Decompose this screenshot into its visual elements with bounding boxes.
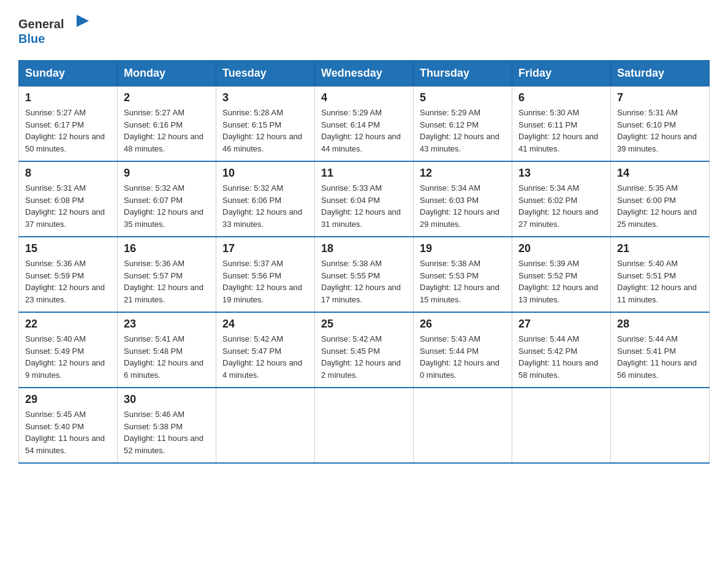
- day-number: 9: [124, 167, 210, 180]
- calendar-cell: 9 Sunrise: 5:32 AMSunset: 6:07 PMDayligh…: [118, 161, 216, 237]
- day-number: 7: [617, 91, 703, 104]
- day-number: 6: [518, 91, 604, 104]
- day-info: Sunrise: 5:41 AMSunset: 5:48 PMDaylight:…: [124, 334, 203, 380]
- calendar-cell: 5 Sunrise: 5:29 AMSunset: 6:12 PMDayligh…: [414, 86, 512, 162]
- week-row-2: 8 Sunrise: 5:31 AMSunset: 6:08 PMDayligh…: [19, 161, 710, 237]
- week-row-5: 29 Sunrise: 5:45 AMSunset: 5:40 PMDaylig…: [19, 388, 710, 463]
- day-number: 28: [617, 318, 703, 331]
- day-number: 17: [222, 242, 308, 255]
- calendar-cell: 18 Sunrise: 5:38 AMSunset: 5:55 PMDaylig…: [315, 237, 414, 312]
- weekday-header-row: SundayMondayTuesdayWednesdayThursdayFrid…: [19, 61, 710, 86]
- day-number: 30: [124, 393, 210, 406]
- calendar-cell: 26 Sunrise: 5:43 AMSunset: 5:44 PMDaylig…: [414, 312, 512, 388]
- calendar-cell: 20 Sunrise: 5:39 AMSunset: 5:52 PMDaylig…: [512, 237, 611, 312]
- day-number: 22: [25, 318, 111, 331]
- day-info: Sunrise: 5:44 AMSunset: 5:42 PMDaylight:…: [518, 334, 598, 380]
- day-number: 12: [420, 167, 506, 180]
- calendar-cell: [611, 388, 710, 463]
- day-number: 20: [518, 242, 604, 255]
- day-info: Sunrise: 5:46 AMSunset: 5:38 PMDaylight:…: [124, 410, 203, 455]
- calendar-cell: 25 Sunrise: 5:42 AMSunset: 5:45 PMDaylig…: [315, 312, 414, 388]
- day-info: Sunrise: 5:36 AMSunset: 5:59 PMDaylight:…: [25, 259, 105, 304]
- calendar-cell: 6 Sunrise: 5:30 AMSunset: 6:11 PMDayligh…: [512, 86, 611, 162]
- day-number: 3: [222, 91, 308, 104]
- day-number: 15: [25, 242, 111, 255]
- day-info: Sunrise: 5:34 AMSunset: 6:02 PMDaylight:…: [518, 183, 598, 229]
- calendar-cell: 22 Sunrise: 5:40 AMSunset: 5:49 PMDaylig…: [19, 312, 118, 388]
- day-number: 11: [321, 167, 407, 180]
- day-number: 16: [124, 242, 210, 255]
- day-number: 5: [420, 91, 506, 104]
- calendar-cell: 15 Sunrise: 5:36 AMSunset: 5:59 PMDaylig…: [19, 237, 118, 312]
- day-info: Sunrise: 5:36 AMSunset: 5:57 PMDaylight:…: [124, 259, 203, 304]
- day-info: Sunrise: 5:31 AMSunset: 6:10 PMDaylight:…: [617, 108, 697, 153]
- day-number: 25: [321, 318, 407, 331]
- day-info: Sunrise: 5:40 AMSunset: 5:49 PMDaylight:…: [25, 334, 105, 380]
- day-info: Sunrise: 5:44 AMSunset: 5:41 PMDaylight:…: [617, 334, 697, 380]
- day-number: 19: [420, 242, 506, 255]
- day-number: 18: [321, 242, 407, 255]
- day-number: 10: [222, 167, 308, 180]
- calendar-cell: [512, 388, 611, 463]
- calendar-cell: [216, 388, 315, 463]
- day-info: Sunrise: 5:34 AMSunset: 6:03 PMDaylight:…: [420, 183, 499, 229]
- calendar-cell: 13 Sunrise: 5:34 AMSunset: 6:02 PMDaylig…: [512, 161, 611, 237]
- svg-text:Blue: Blue: [18, 32, 45, 45]
- day-info: Sunrise: 5:30 AMSunset: 6:11 PMDaylight:…: [518, 108, 598, 153]
- day-info: Sunrise: 5:38 AMSunset: 5:53 PMDaylight:…: [420, 259, 499, 304]
- day-info: Sunrise: 5:32 AMSunset: 6:07 PMDaylight:…: [124, 183, 203, 229]
- calendar-cell: 10 Sunrise: 5:32 AMSunset: 6:06 PMDaylig…: [216, 161, 315, 237]
- week-row-4: 22 Sunrise: 5:40 AMSunset: 5:49 PMDaylig…: [19, 312, 710, 388]
- calendar-cell: 19 Sunrise: 5:38 AMSunset: 5:53 PMDaylig…: [414, 237, 512, 312]
- header-thursday: Thursday: [414, 61, 512, 86]
- calendar-cell: 16 Sunrise: 5:36 AMSunset: 5:57 PMDaylig…: [118, 237, 216, 312]
- logo: General Blue: [18, 12, 92, 49]
- calendar-cell: 17 Sunrise: 5:37 AMSunset: 5:56 PMDaylig…: [216, 237, 315, 312]
- calendar-cell: 12 Sunrise: 5:34 AMSunset: 6:03 PMDaylig…: [414, 161, 512, 237]
- calendar-cell: 7 Sunrise: 5:31 AMSunset: 6:10 PMDayligh…: [611, 86, 710, 162]
- day-info: Sunrise: 5:45 AMSunset: 5:40 PMDaylight:…: [25, 410, 105, 455]
- calendar-cell: 11 Sunrise: 5:33 AMSunset: 6:04 PMDaylig…: [315, 161, 414, 237]
- day-number: 1: [25, 91, 111, 104]
- day-info: Sunrise: 5:31 AMSunset: 6:08 PMDaylight:…: [25, 183, 105, 229]
- week-row-1: 1 Sunrise: 5:27 AMSunset: 6:17 PMDayligh…: [19, 86, 710, 162]
- calendar-cell: 29 Sunrise: 5:45 AMSunset: 5:40 PMDaylig…: [19, 388, 118, 463]
- week-row-3: 15 Sunrise: 5:36 AMSunset: 5:59 PMDaylig…: [19, 237, 710, 312]
- day-number: 26: [420, 318, 506, 331]
- calendar-cell: [414, 388, 512, 463]
- header-wednesday: Wednesday: [315, 61, 414, 86]
- calendar-cell: [315, 388, 414, 463]
- calendar-cell: 28 Sunrise: 5:44 AMSunset: 5:41 PMDaylig…: [611, 312, 710, 388]
- day-info: Sunrise: 5:27 AMSunset: 6:16 PMDaylight:…: [124, 108, 203, 153]
- calendar-cell: 14 Sunrise: 5:35 AMSunset: 6:00 PMDaylig…: [611, 161, 710, 237]
- svg-marker-1: [77, 15, 89, 27]
- calendar-cell: 21 Sunrise: 5:40 AMSunset: 5:51 PMDaylig…: [611, 237, 710, 312]
- day-number: 2: [124, 91, 210, 104]
- calendar-table: SundayMondayTuesdayWednesdayThursdayFrid…: [18, 60, 710, 464]
- day-info: Sunrise: 5:42 AMSunset: 5:45 PMDaylight:…: [321, 334, 401, 380]
- calendar-cell: 2 Sunrise: 5:27 AMSunset: 6:16 PMDayligh…: [118, 86, 216, 162]
- day-info: Sunrise: 5:27 AMSunset: 6:17 PMDaylight:…: [25, 108, 105, 153]
- calendar-cell: 8 Sunrise: 5:31 AMSunset: 6:08 PMDayligh…: [19, 161, 118, 237]
- day-info: Sunrise: 5:38 AMSunset: 5:55 PMDaylight:…: [321, 259, 401, 304]
- day-info: Sunrise: 5:42 AMSunset: 5:47 PMDaylight:…: [222, 334, 302, 380]
- calendar-cell: 24 Sunrise: 5:42 AMSunset: 5:47 PMDaylig…: [216, 312, 315, 388]
- header-monday: Monday: [118, 61, 216, 86]
- day-number: 29: [25, 393, 111, 406]
- day-info: Sunrise: 5:40 AMSunset: 5:51 PMDaylight:…: [617, 259, 697, 304]
- day-info: Sunrise: 5:29 AMSunset: 6:12 PMDaylight:…: [420, 108, 499, 153]
- day-info: Sunrise: 5:33 AMSunset: 6:04 PMDaylight:…: [321, 183, 401, 229]
- svg-text:General: General: [18, 17, 64, 31]
- day-info: Sunrise: 5:28 AMSunset: 6:15 PMDaylight:…: [222, 108, 302, 153]
- calendar-cell: 1 Sunrise: 5:27 AMSunset: 6:17 PMDayligh…: [19, 86, 118, 162]
- day-info: Sunrise: 5:35 AMSunset: 6:00 PMDaylight:…: [617, 183, 697, 229]
- calendar-cell: 23 Sunrise: 5:41 AMSunset: 5:48 PMDaylig…: [118, 312, 216, 388]
- header-saturday: Saturday: [611, 61, 710, 86]
- day-number: 14: [617, 167, 703, 180]
- day-number: 4: [321, 91, 407, 104]
- day-info: Sunrise: 5:32 AMSunset: 6:06 PMDaylight:…: [222, 183, 302, 229]
- logo-svg: General Blue: [18, 12, 92, 49]
- calendar-cell: 30 Sunrise: 5:46 AMSunset: 5:38 PMDaylig…: [118, 388, 216, 463]
- day-number: 8: [25, 167, 111, 180]
- day-info: Sunrise: 5:29 AMSunset: 6:14 PMDaylight:…: [321, 108, 401, 153]
